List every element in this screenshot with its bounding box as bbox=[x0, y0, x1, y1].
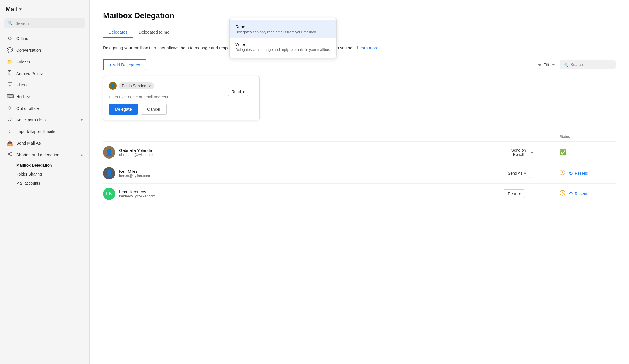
cancel-button[interactable]: Cancel bbox=[141, 104, 167, 115]
delegate-info: 👤 Gabriella Yolanda abraham@zylker.com bbox=[103, 146, 504, 159]
toolbar-right: Filters 🔍 Search bbox=[538, 60, 616, 69]
app-title-text: Mail bbox=[6, 6, 18, 13]
sub-item-label: Folder Sharing bbox=[16, 172, 42, 176]
sidebar-item-offline[interactable]: ⊘ Offline bbox=[0, 32, 89, 44]
permission-option-write[interactable]: Write Delegates can manage and reply to … bbox=[230, 38, 336, 56]
sub-item-label: Mailbox Delegation bbox=[16, 163, 52, 167]
sidebar-item-send-mail-as[interactable]: 📤 Send Mail As bbox=[0, 137, 89, 149]
send-icon: 📤 bbox=[7, 140, 13, 146]
tab-delegates[interactable]: Delegates bbox=[103, 27, 133, 38]
status-pending-icon bbox=[560, 190, 565, 197]
tab-delegated-to-me[interactable]: Delegated to me bbox=[133, 27, 175, 38]
sidebar-item-conversation[interactable]: 💬 Conversation bbox=[0, 44, 89, 56]
page-title: Mailbox Delegation bbox=[103, 11, 616, 20]
avatar: 👤 bbox=[103, 167, 115, 179]
delegate-details: Ken Miles ken.m@zylker.com bbox=[119, 169, 150, 178]
search-icon: 🔍 bbox=[564, 62, 568, 67]
svg-point-2 bbox=[11, 155, 12, 156]
delegate-info: LK Leon Kennedy kennedy.l@zylker.com bbox=[103, 188, 504, 200]
archive-icon: 🗄 bbox=[7, 70, 13, 76]
status-col: ✅ bbox=[560, 149, 616, 156]
sidebar-sub-item-folder-sharing[interactable]: Folder Sharing bbox=[0, 170, 89, 179]
delegate-button[interactable]: Delegate bbox=[109, 104, 138, 115]
folder-icon: 📁 bbox=[7, 59, 13, 65]
form-actions: Delegate Cancel bbox=[109, 104, 254, 115]
sidebar: Mail ▾ 🔍 Search ⊘ Offline 💬 Conversation… bbox=[0, 0, 90, 364]
sidebar-item-anti-spam[interactable]: 🛡 Anti-Spam Lists ▾ bbox=[0, 114, 89, 126]
sidebar-item-label: Import/Export Emails bbox=[16, 129, 83, 134]
tabs: Delegates Delegated to me bbox=[103, 27, 616, 38]
delegate-details: Leon Kennedy kennedy.l@zylker.com bbox=[119, 189, 155, 198]
status-col: Resend bbox=[560, 170, 616, 177]
resend-button-ken[interactable]: Resend bbox=[569, 171, 588, 176]
selected-user-avatar: 👤 bbox=[109, 82, 117, 90]
list-header: Status bbox=[103, 132, 616, 142]
main-content: Mailbox Delegation Delegates Delegated t… bbox=[90, 0, 629, 364]
sidebar-item-import-export[interactable]: ↕ Import/Export Emails bbox=[0, 126, 89, 137]
app-title[interactable]: Mail ▾ bbox=[0, 6, 89, 18]
sidebar-item-label: Folders bbox=[16, 60, 83, 64]
sidebar-item-label: Hotkeys bbox=[16, 94, 83, 99]
shield-icon: 🛡 bbox=[7, 117, 13, 123]
sidebar-sub-item-mailbox-delegation[interactable]: Mailbox Delegation bbox=[0, 161, 89, 170]
sidebar-item-filters[interactable]: Filters bbox=[0, 79, 89, 91]
delegate-list: Status 👤 Gabriella Yolanda abraham@zylke… bbox=[103, 132, 616, 204]
table-row: 👤 Ken Miles ken.m@zylker.com Send As ▾ bbox=[103, 163, 616, 184]
resend-label: Resend bbox=[575, 192, 588, 196]
resend-label: Resend bbox=[575, 171, 588, 176]
sidebar-item-label: Sharing and delegation bbox=[16, 152, 78, 157]
import-icon: ↕ bbox=[7, 128, 13, 134]
status-col-header: Status bbox=[560, 134, 616, 139]
avatar: LK bbox=[103, 188, 115, 200]
sidebar-search[interactable]: 🔍 Search bbox=[4, 18, 85, 28]
resend-button-leon[interactable]: Resend bbox=[569, 192, 588, 196]
remove-user-button[interactable]: × bbox=[149, 84, 151, 88]
sidebar-item-label: Filters bbox=[16, 82, 83, 87]
status-active-icon: ✅ bbox=[560, 149, 567, 156]
delegate-form: 👤 Paula Sanders × Read ▾ Delegate Cancel bbox=[103, 76, 260, 120]
table-row: 👤 Gabriella Yolanda abraham@zylker.com S… bbox=[103, 142, 616, 163]
conversation-icon: 💬 bbox=[7, 47, 13, 53]
permission-select-leon[interactable]: Read ▾ bbox=[504, 189, 525, 198]
sidebar-item-label: Offline bbox=[16, 36, 83, 41]
sidebar-item-folders[interactable]: 📁 Folders bbox=[0, 56, 89, 68]
chevron-down-icon: ▾ bbox=[243, 89, 245, 94]
svg-point-1 bbox=[8, 153, 9, 155]
filter-icon bbox=[7, 82, 13, 88]
sidebar-item-hotkeys[interactable]: ⌨ Hotkeys bbox=[0, 91, 89, 102]
status-pending-icon bbox=[560, 170, 565, 177]
permission-options-popup: Read Delegates can only read emails from… bbox=[229, 18, 337, 58]
chevron-up-icon: ▴ bbox=[81, 153, 83, 157]
permission-select-ken[interactable]: Send As ▾ bbox=[504, 169, 530, 178]
status-col: Resend bbox=[560, 190, 616, 197]
filters-button[interactable]: Filters bbox=[538, 62, 555, 67]
sidebar-sub-item-mail-accounts[interactable]: Mail accounts bbox=[0, 179, 89, 188]
share-icon bbox=[7, 152, 13, 158]
delegate-details: Gabriella Yolanda abraham@zylker.com bbox=[119, 148, 154, 157]
permission-select-gabriella[interactable]: Send on Behalf ▾ bbox=[504, 146, 537, 159]
sidebar-item-sharing-delegation[interactable]: Sharing and delegation ▴ bbox=[0, 149, 89, 161]
permission-dropdown-button[interactable]: Read ▾ bbox=[228, 88, 248, 96]
sidebar-item-label: Archive Policy bbox=[16, 71, 83, 76]
avatar: 👤 bbox=[103, 146, 115, 159]
sub-item-label: Mail accounts bbox=[16, 181, 40, 185]
main-search[interactable]: 🔍 Search bbox=[560, 60, 616, 69]
sidebar-item-label: Send Mail As bbox=[16, 141, 83, 145]
sidebar-item-label: Out of office bbox=[16, 106, 83, 111]
sidebar-item-label: Conversation bbox=[16, 48, 83, 53]
sidebar-item-out-of-office[interactable]: ✈ Out of office bbox=[0, 102, 89, 114]
sidebar-item-archive-policy[interactable]: 🗄 Archive Policy bbox=[0, 68, 89, 79]
delegate-info: 👤 Ken Miles ken.m@zylker.com bbox=[103, 167, 504, 179]
permission-option-read[interactable]: Read Delegates can only read emails from… bbox=[230, 20, 336, 38]
search-icon: 🔍 bbox=[8, 21, 13, 26]
selected-user-chip: Paula Sanders × bbox=[119, 82, 154, 89]
filter-icon bbox=[538, 62, 542, 67]
chevron-down-icon: ▾ bbox=[531, 150, 533, 155]
add-delegates-button[interactable]: + Add Delegates bbox=[103, 59, 146, 70]
chevron-down-icon: ▾ bbox=[524, 171, 526, 176]
toolbar: + Add Delegates Filters 🔍 Search bbox=[103, 59, 616, 70]
app-title-chevron: ▾ bbox=[19, 7, 21, 11]
chevron-down-icon: ▾ bbox=[81, 118, 83, 122]
svg-point-0 bbox=[11, 152, 12, 153]
learn-more-link[interactable]: Learn more bbox=[357, 45, 379, 50]
